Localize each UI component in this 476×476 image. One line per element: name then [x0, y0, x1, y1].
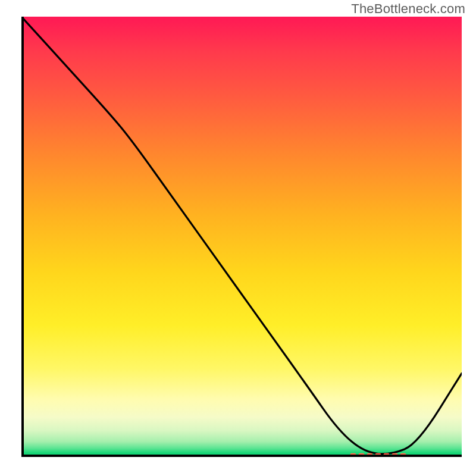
watermark-text: TheBottleneck.com [351, 1, 465, 17]
curve-layer [21, 17, 462, 457]
plot-area [21, 17, 462, 457]
chart-container: TheBottleneck.com [0, 0, 476, 476]
bottleneck-curve-path [21, 17, 462, 454]
